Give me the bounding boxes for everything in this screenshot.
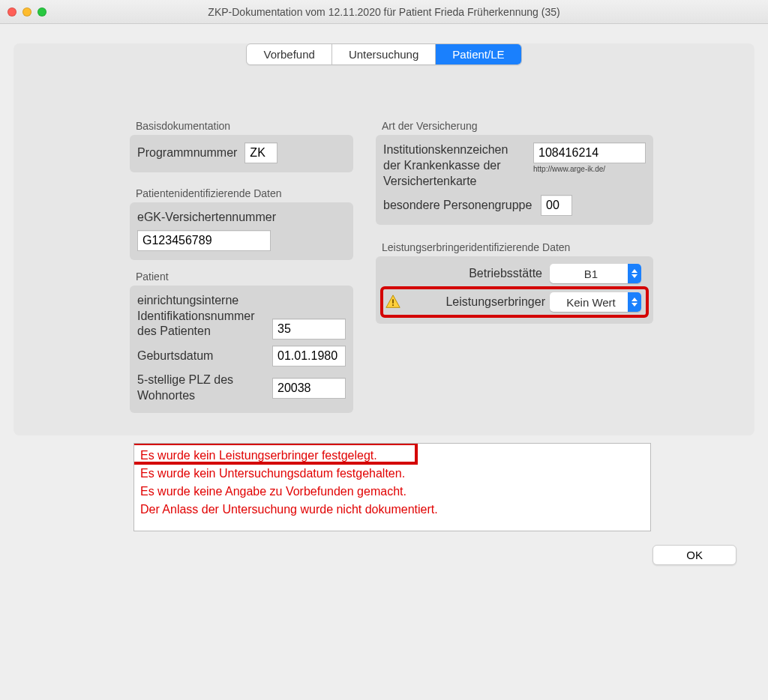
internal-id-label: einrichtungsinterne Identifikationsnumme…: [137, 293, 265, 340]
ik-input[interactable]: [533, 142, 646, 163]
group-label: besondere Personengruppe: [383, 198, 533, 214]
chevron-updown-icon: [628, 264, 641, 283]
ik-label: Institutionskennzeichen der Krankenkasse…: [383, 142, 526, 189]
provider-legend: Leistungserbringeridentifizierende Daten: [382, 241, 570, 253]
main-panel: Vorbefund Untersuchung Patient/LE Basisd…: [14, 43, 754, 435]
egk-label: eGK-Versichertennummer: [137, 210, 346, 226]
error-message: Es wurde kein Untersuchungsdatum festgeh…: [140, 465, 644, 483]
chevron-updown-icon: [628, 292, 641, 312]
patient-legend: Patient: [136, 271, 169, 283]
plz-input[interactable]: [272, 378, 346, 399]
tab-vorbefund[interactable]: Vorbefund: [247, 44, 332, 64]
plz-label: 5-stellige PLZ des Wohnortes: [137, 372, 265, 404]
tab-patient-le[interactable]: Patient/LE: [436, 44, 520, 64]
error-list[interactable]: Es wurde kein Leistungserbringer festgel…: [134, 443, 651, 531]
programmnummer-input[interactable]: [244, 142, 278, 163]
error-message: Es wurde kein Leistungserbringer festgel…: [140, 447, 644, 465]
pid-legend: Patientenidentifizierende Daten: [136, 187, 282, 199]
leistung-select[interactable]: Kein Wert: [550, 292, 641, 312]
group-input[interactable]: [541, 195, 572, 216]
title-bar: ZKP-Dokumentation vom 12.11.2020 für Pat…: [0, 0, 768, 24]
egk-input[interactable]: [137, 230, 271, 251]
programmnummer-label: Programmnummer: [137, 145, 237, 161]
ok-button[interactable]: OK: [652, 545, 736, 565]
leistung-label: Leistungserbringer: [406, 295, 545, 310]
window-title: ZKP-Dokumentation vom 12.11.2020 für Pat…: [0, 6, 768, 18]
tab-segmented-control: Vorbefund Untersuchung Patient/LE: [246, 43, 521, 65]
betrieb-value: B1: [557, 268, 628, 280]
betrieb-label: Betriebsstätte: [469, 266, 542, 282]
ik-link[interactable]: http://www.arge-ik.de/: [533, 165, 646, 173]
insurance-legend: Art der Versicherung: [382, 120, 478, 132]
geburt-label: Geburtsdatum: [137, 349, 265, 364]
error-message: Der Anlass der Untersuchung wurde nicht …: [140, 501, 644, 519]
warning-icon: [385, 294, 401, 310]
leistung-value: Kein Wert: [557, 296, 628, 309]
betrieb-select[interactable]: B1: [550, 264, 641, 283]
svg-rect-1: [392, 305, 394, 307]
tab-untersuchung[interactable]: Untersuchung: [332, 44, 436, 64]
basis-legend: Basisdokumentation: [136, 120, 230, 132]
geburt-input[interactable]: [272, 346, 346, 366]
internal-id-input[interactable]: [272, 319, 346, 340]
error-message: Es wurde keine Angabe zu Vorbefunden gem…: [140, 483, 644, 501]
svg-rect-0: [392, 300, 394, 304]
